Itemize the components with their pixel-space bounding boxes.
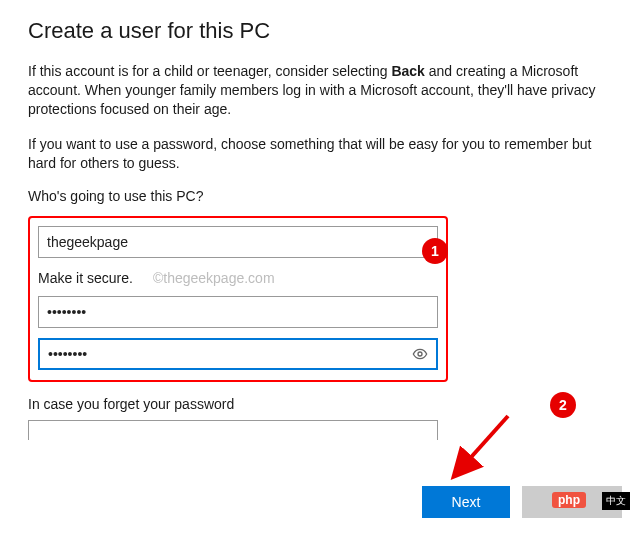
- username-question: Who's going to use this PC?: [28, 188, 608, 204]
- watermark-text: ©thegeekpage.com: [153, 270, 275, 286]
- page-title: Create a user for this PC: [28, 18, 608, 44]
- annotation-callout-1: 1: [422, 238, 448, 264]
- security-hint-input[interactable]: [28, 420, 438, 440]
- make-secure-label: Make it secure.: [38, 270, 133, 286]
- secondary-button[interactable]: php 中文: [522, 486, 622, 518]
- php-badge: php: [552, 492, 586, 508]
- bottom-button-bar: Next php 中文: [422, 486, 622, 518]
- svg-point-0: [418, 352, 422, 356]
- intro-back-bold: Back: [391, 63, 424, 79]
- username-input[interactable]: [38, 226, 438, 258]
- intro-part-1: If this account is for a child or teenag…: [28, 63, 391, 79]
- intro-password-text: If you want to use a password, choose so…: [28, 135, 608, 173]
- intro-account-text: If this account is for a child or teenag…: [28, 62, 608, 119]
- password-input[interactable]: [38, 296, 438, 328]
- cn-badge: 中文: [602, 492, 630, 510]
- credentials-form-highlight: Make it secure. ©thegeekpage.com: [28, 216, 448, 382]
- next-button[interactable]: Next: [422, 486, 510, 518]
- confirm-password-input[interactable]: [38, 338, 438, 370]
- reveal-password-icon[interactable]: [412, 346, 428, 362]
- annotation-callout-2: 2: [550, 392, 576, 418]
- forgot-password-label: In case you forget your password: [28, 396, 608, 412]
